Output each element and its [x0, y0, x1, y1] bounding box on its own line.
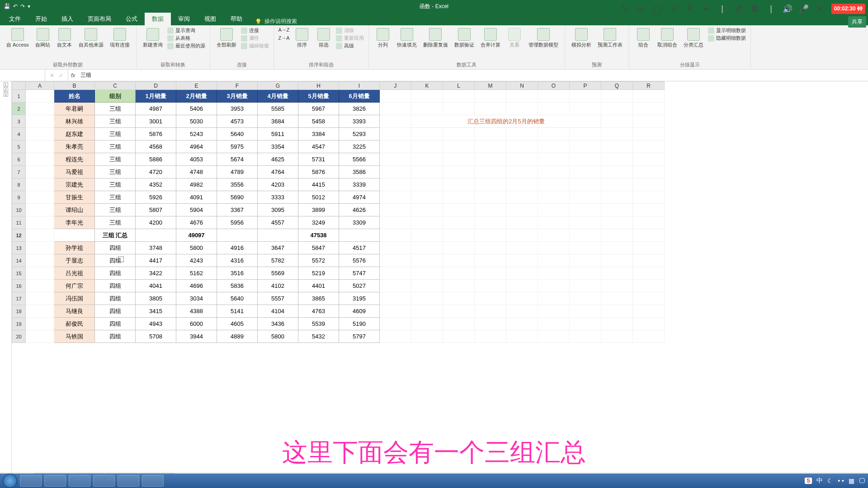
tab-file[interactable]: 文件 — [2, 13, 28, 25]
data-cell[interactable]: 5904 — [176, 204, 217, 216]
row-header[interactable]: 20 — [12, 330, 26, 343]
data-cell[interactable]: 3384 — [298, 128, 339, 141]
data-cell[interactable]: 3393 — [339, 115, 380, 128]
col-header-Q[interactable]: Q — [601, 82, 633, 90]
enter-icon[interactable]: ✓ — [59, 72, 63, 79]
data-cell[interactable]: 5886 — [136, 153, 176, 166]
worksheet-grid[interactable]: ABCDEFGHIJKLMNOPQR1姓名组别1月销量2月销量3月销量4月销量5… — [12, 81, 868, 473]
data-cell[interactable]: 4388 — [176, 305, 217, 318]
data-cell[interactable]: 4517 — [339, 242, 380, 254]
name-cell[interactable]: 冯伍国 — [54, 292, 95, 305]
row-header[interactable]: 1 — [12, 90, 26, 103]
subtotal-button[interactable]: 分类汇总 — [682, 27, 705, 49]
data-cell[interactable]: 5836 — [217, 280, 258, 292]
data-cell[interactable]: 3367 — [217, 204, 258, 216]
data-cell[interactable]: 3422 — [136, 267, 176, 280]
name-cell[interactable]: 甘振生 — [54, 191, 95, 204]
data-cell[interactable]: 4609 — [339, 305, 380, 318]
row-header[interactable]: 6 — [12, 153, 26, 166]
name-cell[interactable]: 马铁国 — [54, 330, 95, 343]
advanced-filter-button[interactable]: 高级 — [336, 42, 364, 49]
data-cell[interactable]: 4243 — [176, 254, 217, 267]
data-cell[interactable]: 4764 — [258, 166, 298, 178]
clear-filter-button[interactable]: 清除 — [336, 27, 364, 34]
data-cell[interactable]: 3516 — [217, 267, 258, 280]
data-cell[interactable]: 5731 — [298, 153, 339, 166]
group-cell[interactable]: 三组 — [95, 191, 136, 204]
from-other-button[interactable]: 自其他来源 — [77, 27, 105, 49]
data-cell[interactable]: 5243 — [176, 128, 217, 141]
row-header[interactable]: 17 — [12, 292, 26, 305]
data-cell[interactable]: 5876 — [136, 128, 176, 141]
data-cell[interactable]: 4352 — [136, 178, 176, 191]
data-cell[interactable]: 3034 — [176, 292, 217, 305]
row-header[interactable]: 7 — [12, 166, 26, 178]
data-cell[interactable]: 3944 — [176, 330, 217, 343]
data-cell[interactable]: 4889 — [217, 330, 258, 343]
group-cell[interactable]: 四组 — [95, 330, 136, 343]
data-cell[interactable]: 4763 — [298, 305, 339, 318]
data-cell[interactable]: 5797 — [339, 330, 380, 343]
group-cell[interactable]: 三组 — [95, 204, 136, 216]
cancel-icon[interactable]: ✕ — [50, 72, 54, 79]
data-cell[interactable]: 5293 — [339, 128, 380, 141]
tab-data[interactable]: 数据 — [145, 13, 171, 25]
group-cell[interactable]: 四组 — [95, 318, 136, 330]
data-cell[interactable]: 3684 — [258, 115, 298, 128]
data-cell[interactable]: 5708 — [136, 330, 176, 343]
data-cell[interactable]: 4789 — [217, 166, 258, 178]
data-cell[interactable]: 4568 — [136, 141, 176, 153]
col-header-N[interactable]: N — [506, 82, 538, 90]
group-cell[interactable]: 三组 — [95, 115, 136, 128]
group-cell[interactable]: 三组 — [95, 178, 136, 191]
data-cell[interactable]: 4748 — [176, 166, 217, 178]
data-cell[interactable]: 4104 — [258, 305, 298, 318]
formula-input[interactable]: 三组 — [78, 71, 868, 79]
tray-monitor-icon[interactable]: 🖵 — [859, 477, 865, 484]
mic-icon[interactable]: 🎤 — [799, 4, 809, 14]
data-cell[interactable]: 5640 — [217, 292, 258, 305]
col-header-P[interactable]: P — [570, 82, 601, 90]
group-cell[interactable]: 三组 — [95, 216, 136, 229]
remove-dup-button[interactable]: 删除重复值 — [421, 27, 450, 49]
sort-desc-button[interactable]: Z→A — [278, 35, 290, 41]
row-header[interactable]: 10 — [12, 204, 26, 216]
data-cell[interactable]: 3805 — [136, 292, 176, 305]
data-cell[interactable]: 5406 — [176, 103, 217, 115]
col-header-R[interactable]: R — [633, 82, 665, 90]
col-header-H[interactable]: H — [298, 82, 339, 90]
edit-links-button[interactable]: 编辑链接 — [241, 42, 269, 49]
data-cell[interactable]: 4964 — [176, 141, 217, 153]
ime-label[interactable]: 中 — [816, 477, 823, 485]
relationships-button[interactable]: 关系 — [505, 27, 524, 49]
data-cell[interactable]: 5690 — [217, 191, 258, 204]
data-cell[interactable]: 4676 — [176, 216, 217, 229]
sound-icon[interactable]: 🔊 — [783, 4, 793, 14]
tab-help[interactable]: 帮助 — [223, 13, 250, 25]
data-cell[interactable]: 5956 — [217, 216, 258, 229]
name-cell[interactable]: 程连先 — [54, 153, 95, 166]
connections-button[interactable]: 连接 — [241, 27, 269, 34]
row-header[interactable]: 16 — [12, 280, 26, 292]
col-header-L[interactable]: L — [443, 82, 475, 90]
select-all[interactable] — [12, 82, 26, 90]
tab-view[interactable]: 视图 — [197, 13, 223, 25]
data-cell[interactable]: 3415 — [136, 305, 176, 318]
data-cell[interactable]: 3899 — [298, 204, 339, 216]
tell-me-search[interactable]: 💡 操作说明搜索 — [255, 18, 297, 25]
col-header-J[interactable]: J — [380, 82, 411, 90]
col-header-M[interactable]: M — [475, 82, 506, 90]
data-cell[interactable]: 3826 — [339, 103, 380, 115]
data-cell[interactable]: 5012 — [298, 191, 339, 204]
data-cell[interactable]: 5569 — [258, 267, 298, 280]
data-cell[interactable]: 5162 — [176, 267, 217, 280]
data-cell[interactable]: 4720 — [136, 166, 176, 178]
data-cell[interactable]: 4987 — [136, 103, 176, 115]
row-header[interactable]: 12 — [12, 229, 26, 242]
row-header[interactable]: 14 — [12, 254, 26, 267]
data-cell[interactable]: 5975 — [217, 141, 258, 153]
data-cell[interactable]: 4091 — [176, 191, 217, 204]
data-cell[interactable]: 5911 — [258, 128, 298, 141]
data-cell[interactable]: 5585 — [258, 103, 298, 115]
tray-box-icon[interactable]: ▦ — [849, 477, 854, 484]
